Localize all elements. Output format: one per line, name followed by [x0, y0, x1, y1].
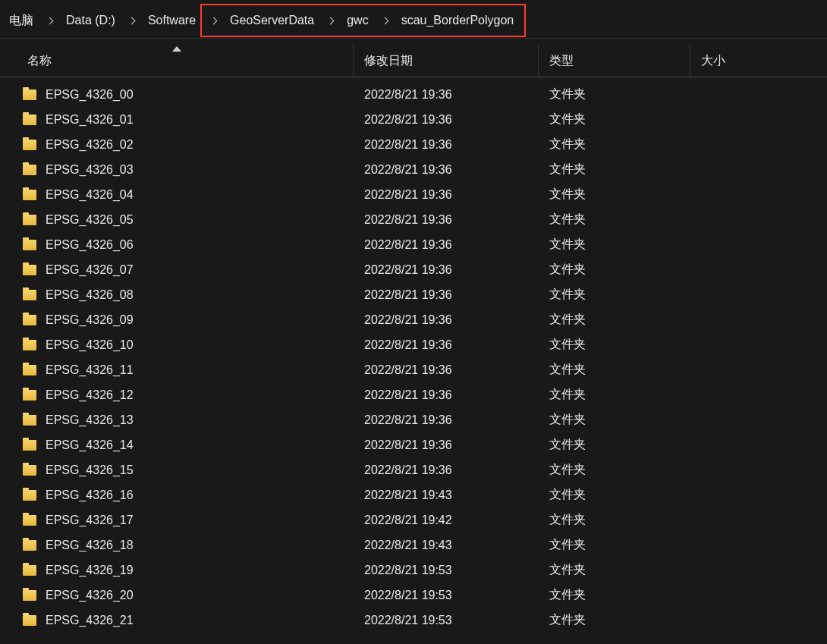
cell-type: 文件夹	[539, 112, 690, 127]
folder-icon	[23, 565, 36, 576]
folder-icon	[23, 290, 36, 300]
folder-icon	[23, 215, 36, 225]
folder-icon	[23, 165, 36, 175]
cell-date: 2022/8/21 19:36	[354, 138, 539, 152]
breadcrumb-item[interactable]: gwc	[339, 9, 376, 32]
cell-date: 2022/8/21 19:36	[354, 338, 539, 352]
column-header-size[interactable]: 大小	[690, 45, 819, 77]
table-row[interactable]: EPSG_4326_002022/8/21 19:36文件夹	[0, 82, 827, 107]
table-row[interactable]: EPSG_4326_172022/8/21 19:42文件夹	[0, 507, 827, 532]
cell-type: 文件夹	[539, 562, 690, 578]
folder-icon	[23, 340, 36, 350]
breadcrumb-item[interactable]: Software	[140, 9, 203, 32]
file-name: EPSG_4326_10	[46, 338, 134, 352]
folder-icon	[23, 90, 36, 100]
column-header-type[interactable]: 类型	[539, 45, 690, 77]
cell-type: 文件夹	[539, 412, 690, 428]
cell-type: 文件夹	[539, 86, 690, 102]
table-row[interactable]: EPSG_4326_052022/8/21 19:36文件夹	[0, 207, 827, 232]
cell-name: EPSG_4326_13	[0, 413, 354, 427]
chevron-right-icon	[41, 14, 58, 27]
folder-icon	[23, 490, 36, 501]
cell-name: EPSG_4326_20	[0, 589, 354, 602]
cell-date: 2022/8/21 19:36	[354, 363, 539, 377]
table-row[interactable]: EPSG_4326_102022/8/21 19:36文件夹	[0, 332, 827, 357]
cell-type: 文件夹	[539, 587, 690, 603]
table-row[interactable]: EPSG_4326_042022/8/21 19:36文件夹	[0, 182, 827, 207]
column-header-date[interactable]: 修改日期	[354, 45, 539, 77]
table-row[interactable]: EPSG_4326_152022/8/21 19:36文件夹	[0, 457, 827, 482]
cell-date: 2022/8/21 19:36	[354, 288, 539, 302]
chevron-right-icon	[376, 14, 394, 27]
breadcrumb-item[interactable]: scau_BorderPolygon	[394, 9, 522, 32]
cell-date: 2022/8/21 19:36	[354, 88, 539, 102]
table-row[interactable]: EPSG_4326_182022/8/21 19:43文件夹	[0, 532, 827, 558]
breadcrumb-item[interactable]: 电脑	[2, 8, 41, 33]
column-header-name[interactable]: 名称	[0, 45, 354, 77]
file-name: EPSG_4326_02	[46, 138, 134, 152]
folder-icon	[23, 465, 36, 476]
cell-date: 2022/8/21 19:36	[354, 388, 539, 402]
folder-icon	[23, 365, 36, 375]
file-name: EPSG_4326_13	[46, 413, 134, 427]
file-name: EPSG_4326_12	[46, 388, 134, 402]
folder-icon	[23, 590, 36, 601]
table-row[interactable]: EPSG_4326_162022/8/21 19:43文件夹	[0, 482, 827, 507]
table-row[interactable]: EPSG_4326_132022/8/21 19:36文件夹	[0, 407, 827, 432]
cell-name: EPSG_4326_06	[0, 238, 354, 252]
cell-name: EPSG_4326_02	[0, 138, 354, 152]
cell-type: 文件夹	[539, 387, 690, 403]
cell-date: 2022/8/21 19:36	[354, 313, 539, 327]
cell-type: 文件夹	[539, 512, 690, 528]
breadcrumb-item[interactable]: Data (D:)	[58, 9, 123, 32]
cell-name: EPSG_4326_00	[0, 88, 354, 102]
cell-date: 2022/8/21 19:53	[354, 614, 539, 627]
cell-name: EPSG_4326_16	[0, 488, 354, 502]
file-name: EPSG_4326_21	[46, 614, 134, 627]
cell-name: EPSG_4326_03	[0, 163, 354, 177]
table-row[interactable]: EPSG_4326_012022/8/21 19:36文件夹	[0, 107, 827, 132]
file-name: EPSG_4326_05	[46, 213, 134, 227]
cell-type: 文件夹	[539, 187, 690, 203]
table-row[interactable]: EPSG_4326_072022/8/21 19:36文件夹	[0, 257, 827, 282]
cell-date: 2022/8/21 19:53	[354, 589, 539, 602]
chevron-right-icon	[205, 14, 222, 27]
table-row[interactable]: EPSG_4326_202022/8/21 19:53文件夹	[0, 583, 827, 608]
table-row[interactable]: EPSG_4326_082022/8/21 19:36文件夹	[0, 282, 827, 307]
cell-name: EPSG_4326_12	[0, 388, 354, 402]
file-name: EPSG_4326_04	[46, 188, 134, 202]
table-row[interactable]: EPSG_4326_062022/8/21 19:36文件夹	[0, 232, 827, 257]
cell-type: 文件夹	[539, 612, 690, 628]
cell-name: EPSG_4326_05	[0, 213, 354, 227]
cell-type: 文件夹	[539, 137, 690, 152]
file-name: EPSG_4326_17	[46, 514, 134, 527]
cell-type: 文件夹	[539, 212, 690, 228]
cell-name: EPSG_4326_11	[0, 363, 354, 377]
cell-date: 2022/8/21 19:43	[354, 488, 539, 502]
table-row[interactable]: EPSG_4326_092022/8/21 19:36文件夹	[0, 307, 827, 332]
cell-name: EPSG_4326_01	[0, 113, 354, 127]
file-name: EPSG_4326_06	[46, 238, 134, 252]
cell-name: EPSG_4326_17	[0, 514, 354, 527]
folder-icon	[23, 540, 36, 551]
table-row[interactable]: EPSG_4326_212022/8/21 19:53文件夹	[0, 608, 827, 633]
file-name: EPSG_4326_09	[46, 313, 134, 327]
breadcrumb[interactable]: 电脑Data (D:)SoftwareGeoServerDatagwcscau_…	[0, 3, 827, 39]
cell-type: 文件夹	[539, 337, 690, 353]
folder-icon	[23, 440, 36, 451]
cell-name: EPSG_4326_18	[0, 539, 354, 552]
file-name: EPSG_4326_15	[46, 463, 134, 477]
folder-icon	[23, 315, 36, 325]
cell-date: 2022/8/21 19:36	[354, 238, 539, 252]
table-row[interactable]: EPSG_4326_112022/8/21 19:36文件夹	[0, 357, 827, 382]
table-row[interactable]: EPSG_4326_022022/8/21 19:36文件夹	[0, 132, 827, 157]
cell-date: 2022/8/21 19:36	[354, 163, 539, 177]
table-row[interactable]: EPSG_4326_032022/8/21 19:36文件夹	[0, 157, 827, 182]
table-row[interactable]: EPSG_4326_142022/8/21 19:36文件夹	[0, 432, 827, 457]
folder-icon	[23, 415, 36, 426]
cell-type: 文件夹	[539, 362, 690, 378]
table-row[interactable]: EPSG_4326_122022/8/21 19:36文件夹	[0, 382, 827, 407]
file-name: EPSG_4326_00	[46, 88, 134, 102]
table-row[interactable]: EPSG_4326_192022/8/21 19:53文件夹	[0, 558, 827, 583]
breadcrumb-item[interactable]: GeoServerData	[222, 9, 322, 32]
